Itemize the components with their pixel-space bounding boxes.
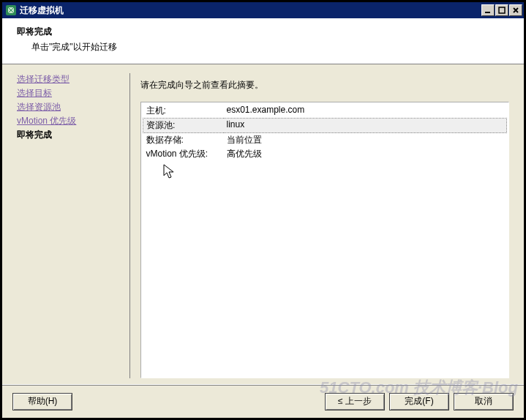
- summary-label: 资源池:: [143, 119, 224, 133]
- wizard-banner: 即将完成 单击"完成"以开始迁移: [2, 18, 524, 64]
- wizard-body: 选择迁移类型 选择目标 选择资源池 vMotion 优先级 即将完成 请在完成向…: [2, 64, 524, 384]
- step-current: 即将完成: [17, 129, 124, 141]
- back-button[interactable]: ≤ 上一步: [325, 393, 385, 410]
- help-button[interactable]: 帮助(H): [12, 393, 72, 410]
- maximize-button[interactable]: [495, 4, 508, 16]
- app-icon: [5, 4, 17, 16]
- window-title: 迁移虚拟机: [20, 4, 481, 17]
- mouse-cursor-icon: [163, 164, 176, 180]
- step-link-migration-type[interactable]: 选择迁移类型: [17, 73, 124, 86]
- svg-rect-2: [485, 12, 490, 13]
- summary-table: 主机: esx01.example.com 资源池: linux 数据存储: 当…: [143, 104, 507, 161]
- summary-box: 主机: esx01.example.com 资源池: linux 数据存储: 当…: [140, 102, 509, 378]
- wizard-content: 请在完成向导之前查看此摘要。 主机: esx01.example.com 资源池…: [130, 73, 516, 378]
- summary-row-vmotion-priority: vMotion 优先级: 高优先级: [143, 147, 507, 161]
- summary-label: vMotion 优先级:: [143, 147, 224, 161]
- summary-row-datastore: 数据存储: 当前位置: [143, 133, 507, 148]
- content-prompt: 请在完成向导之前查看此摘要。: [140, 79, 509, 91]
- summary-label: 主机:: [143, 104, 224, 119]
- step-link-vmotion-priority[interactable]: vMotion 优先级: [17, 115, 124, 127]
- svg-rect-3: [499, 7, 505, 13]
- close-button[interactable]: [509, 4, 522, 16]
- wizard-button-bar: 帮助(H) ≤ 上一步 完成(F) 取消 51CTO.com 技术博客·Blog: [2, 384, 524, 418]
- summary-label: 数据存储:: [143, 133, 224, 148]
- summary-value: linux: [224, 119, 507, 133]
- step-link-resource-pool[interactable]: 选择资源池: [17, 101, 124, 113]
- summary-value: 当前位置: [224, 133, 507, 148]
- titlebar: 迁移虚拟机: [2, 2, 524, 18]
- summary-row-host: 主机: esx01.example.com: [143, 104, 507, 119]
- minimize-button[interactable]: [481, 4, 495, 16]
- summary-value: esx01.example.com: [224, 104, 507, 119]
- banner-title: 即将完成: [17, 26, 509, 38]
- window-controls: [481, 4, 522, 16]
- cancel-button[interactable]: 取消: [454, 393, 514, 410]
- window-frame: 迁移虚拟机 即将完成 单击"完成"以开始迁移 选择迁移类型 选择目标 选择资源池…: [0, 0, 526, 420]
- summary-value: 高优先级: [224, 147, 507, 161]
- summary-row-resource-pool: 资源池: linux: [143, 119, 507, 133]
- step-link-select-target[interactable]: 选择目标: [17, 87, 124, 100]
- banner-subtitle: 单击"完成"以开始迁移: [31, 41, 509, 53]
- finish-button[interactable]: 完成(F): [389, 393, 449, 410]
- wizard-steps-sidebar: 选择迁移类型 选择目标 选择资源池 vMotion 优先级 即将完成: [2, 73, 130, 378]
